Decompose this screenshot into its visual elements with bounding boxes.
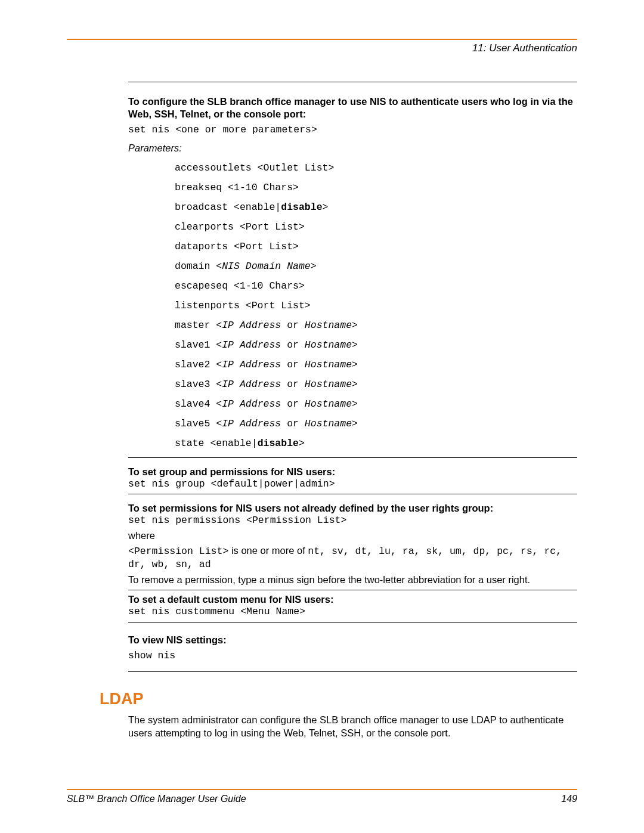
param-domain: domain <NIS Domain Name>	[175, 261, 577, 272]
perm-title: To set permissions for NIS users not alr…	[128, 503, 577, 514]
page-footer: SLB™ Branch Office Manager User Guide 14…	[67, 789, 577, 804]
section-divider	[128, 494, 577, 494]
main-content: To configure the SLB branch office manag…	[128, 82, 577, 672]
set-nis-permissions-command: set nis permissions <Permission List>	[128, 514, 577, 527]
footer-rule	[67, 789, 577, 790]
param-dataports: dataports <Port List>	[175, 241, 577, 252]
remove-permission-note: To remove a permission, type a minus sig…	[128, 574, 577, 586]
set-nis-command: set nis <one or more parameters>	[128, 123, 577, 136]
set-nis-group-command: set nis group <default|power|admin>	[128, 478, 577, 490]
param-slave3: slave3 <IP Address or Hostname>	[175, 379, 577, 390]
param-breakseq: breakseq <1-10 Chars>	[175, 182, 577, 193]
section-divider	[128, 622, 577, 623]
section-divider	[128, 82, 577, 82]
footer-guide-title: SLB™ Branch Office Manager User Guide	[67, 794, 246, 804]
view-nis-title: To view NIS settings:	[128, 634, 577, 646]
param-accessoutlets: accessoutlets <Outlet List>	[175, 162, 577, 174]
section-divider	[128, 590, 577, 590]
parameter-list: accessoutlets <Outlet List> breakseq <1-…	[175, 162, 577, 449]
param-escapeseq: escapeseq <1-10 Chars>	[175, 280, 577, 292]
param-slave4: slave4 <IP Address or Hostname>	[175, 398, 577, 410]
chapter-label: 11: User Authentication	[67, 42, 577, 54]
param-master: master <IP Address or Hostname>	[175, 320, 577, 331]
param-clearports: clearports <Port List>	[175, 221, 577, 233]
group-perm-title: To set group and permissions for NIS use…	[128, 466, 577, 478]
parameters-label: Parameters:	[128, 143, 577, 154]
set-nis-custommenu-command: set nis custommenu <Menu Name>	[128, 605, 577, 618]
param-slave2: slave2 <IP Address or Hostname>	[175, 359, 577, 370]
permission-list-explanation: <Permission List> is one or more of nt, …	[128, 544, 577, 571]
param-state: state <enable|disable>	[175, 438, 577, 449]
page-number: 149	[561, 794, 577, 804]
header-rule	[67, 39, 577, 40]
where-label: where	[128, 529, 577, 542]
custom-menu-title: To set a default custom menu for NIS use…	[128, 594, 577, 605]
section-divider	[128, 457, 577, 458]
nis-config-title: To configure the SLB branch office manag…	[128, 95, 577, 120]
param-listenports: listenports <Port List>	[175, 300, 577, 311]
section-divider	[128, 671, 577, 672]
param-slave5: slave5 <IP Address or Hostname>	[175, 418, 577, 429]
show-nis-command: show nis	[128, 649, 577, 662]
ldap-description: The system administrator can configure t…	[128, 713, 577, 740]
ldap-heading: LDAP	[100, 690, 577, 708]
param-broadcast: broadcast <enable|disable>	[175, 202, 577, 213]
param-slave1: slave1 <IP Address or Hostname>	[175, 339, 577, 351]
